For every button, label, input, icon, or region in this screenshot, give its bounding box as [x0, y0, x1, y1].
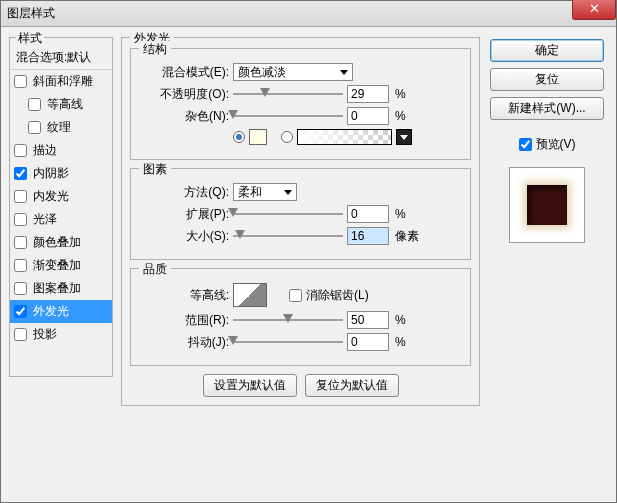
method-label: 方法(Q): [141, 184, 229, 201]
style-item-label: 图案叠加 [33, 280, 81, 297]
glow-gradient-swatch[interactable] [297, 129, 392, 145]
style-item-0[interactable]: 斜面和浮雕 [10, 70, 112, 93]
opacity-input[interactable] [347, 85, 389, 103]
style-item-3[interactable]: 描边 [10, 139, 112, 162]
style-item-10[interactable]: 外发光 [10, 300, 112, 323]
size-slider[interactable] [233, 227, 343, 245]
style-item-label: 外发光 [33, 303, 69, 320]
cancel-button[interactable]: 复位 [490, 68, 604, 91]
opacity-slider[interactable] [233, 85, 343, 103]
spread-slider[interactable] [233, 205, 343, 223]
close-button[interactable]: ✕ [572, 0, 616, 20]
dialog-window: 图层样式 ✕ 样式 混合选项:默认 斜面和浮雕等高线纹理描边内阴影内发光光泽颜色… [0, 0, 617, 503]
style-item-checkbox[interactable] [14, 328, 27, 341]
style-item-label: 纹理 [47, 119, 71, 136]
style-item-11[interactable]: 投影 [10, 323, 112, 346]
range-unit: % [395, 313, 406, 327]
style-item-checkbox[interactable] [14, 167, 27, 180]
gradient-dropdown-icon[interactable] [396, 129, 412, 145]
antialias-label: 消除锯齿(L) [306, 287, 369, 304]
style-item-checkbox[interactable] [14, 190, 27, 203]
style-item-checkbox[interactable] [14, 259, 27, 272]
window-title: 图层样式 [7, 5, 55, 22]
chevron-down-icon [284, 190, 292, 195]
size-input[interactable] [347, 227, 389, 245]
right-button-panel: 确定 复位 新建样式(W)... 预览(V) [488, 37, 606, 492]
preview-label: 预览(V) [536, 136, 576, 153]
blend-mode-select[interactable]: 颜色减淡 [233, 63, 353, 81]
style-item-label: 内发光 [33, 188, 69, 205]
jitter-input[interactable] [347, 333, 389, 351]
quality-fieldset: 品质 等高线: 消除锯齿(L) 范围(R): % [130, 268, 471, 366]
opacity-unit: % [395, 87, 406, 101]
spread-unit: % [395, 207, 406, 221]
contour-label: 等高线: [141, 287, 229, 304]
style-item-label: 颜色叠加 [33, 234, 81, 251]
main-panel: 外发光 结构 混合模式(E): 颜色减淡 不透明度(O): [121, 37, 480, 492]
style-list: 斜面和浮雕等高线纹理描边内阴影内发光光泽颜色叠加渐变叠加图案叠加外发光投影 [10, 70, 112, 346]
style-item-checkbox[interactable] [14, 305, 27, 318]
preview-checkbox[interactable] [519, 138, 532, 151]
style-item-6[interactable]: 光泽 [10, 208, 112, 231]
range-input[interactable] [347, 311, 389, 329]
blend-mode-label: 混合模式(E): [141, 64, 229, 81]
style-item-5[interactable]: 内发光 [10, 185, 112, 208]
contour-picker[interactable] [233, 283, 267, 307]
blend-options-header[interactable]: 混合选项:默认 [10, 46, 112, 70]
style-item-checkbox[interactable] [28, 98, 41, 111]
opacity-label: 不透明度(O): [141, 86, 229, 103]
jitter-label: 抖动(J): [141, 334, 229, 351]
style-item-1[interactable]: 等高线 [10, 93, 112, 116]
method-value: 柔和 [238, 184, 262, 201]
style-item-checkbox[interactable] [14, 282, 27, 295]
style-item-checkbox[interactable] [14, 236, 27, 249]
glow-color-swatch[interactable] [249, 129, 267, 145]
noise-input[interactable] [347, 107, 389, 125]
style-item-8[interactable]: 渐变叠加 [10, 254, 112, 277]
blend-mode-value: 颜色减淡 [238, 64, 286, 81]
antialias-checkbox[interactable] [289, 289, 302, 302]
ok-button[interactable]: 确定 [490, 39, 604, 62]
range-slider[interactable] [233, 311, 343, 329]
style-item-label: 渐变叠加 [33, 257, 81, 274]
style-list-panel: 样式 混合选项:默认 斜面和浮雕等高线纹理描边内阴影内发光光泽颜色叠加渐变叠加图… [9, 37, 113, 492]
noise-slider[interactable] [233, 107, 343, 125]
style-item-label: 投影 [33, 326, 57, 343]
solid-color-radio[interactable] [233, 131, 245, 143]
reset-default-button[interactable]: 复位为默认值 [305, 374, 399, 397]
element-fieldset: 图素 方法(Q): 柔和 扩展(P): [130, 168, 471, 260]
style-list-group: 样式 混合选项:默认 斜面和浮雕等高线纹理描边内阴影内发光光泽颜色叠加渐变叠加图… [9, 37, 113, 377]
chevron-down-icon [340, 70, 348, 75]
jitter-unit: % [395, 335, 406, 349]
style-item-label: 斜面和浮雕 [33, 73, 93, 90]
style-item-label: 描边 [33, 142, 57, 159]
style-item-checkbox[interactable] [28, 121, 41, 134]
preview-check-row[interactable]: 预览(V) [519, 136, 576, 153]
style-item-label: 内阴影 [33, 165, 69, 182]
method-select[interactable]: 柔和 [233, 183, 297, 201]
style-item-2[interactable]: 纹理 [10, 116, 112, 139]
structure-legend: 结构 [139, 41, 171, 58]
spread-label: 扩展(P): [141, 206, 229, 223]
set-default-button[interactable]: 设置为默认值 [203, 374, 297, 397]
noise-unit: % [395, 109, 406, 123]
noise-label: 杂色(N): [141, 108, 229, 125]
style-item-4[interactable]: 内阴影 [10, 162, 112, 185]
style-item-checkbox[interactable] [14, 75, 27, 88]
outer-glow-section: 外发光 结构 混合模式(E): 颜色减淡 不透明度(O): [121, 37, 480, 406]
size-label: 大小(S): [141, 228, 229, 245]
style-item-9[interactable]: 图案叠加 [10, 277, 112, 300]
style-item-label: 光泽 [33, 211, 57, 228]
spread-input[interactable] [347, 205, 389, 223]
style-list-label: 样式 [16, 30, 44, 47]
style-item-7[interactable]: 颜色叠加 [10, 231, 112, 254]
size-unit: 像素 [395, 228, 419, 245]
new-style-button[interactable]: 新建样式(W)... [490, 97, 604, 120]
jitter-slider[interactable] [233, 333, 343, 351]
gradient-radio[interactable] [281, 131, 293, 143]
structure-fieldset: 结构 混合模式(E): 颜色减淡 不透明度(O): [130, 48, 471, 160]
style-item-checkbox[interactable] [14, 144, 27, 157]
style-item-checkbox[interactable] [14, 213, 27, 226]
preview-inner [527, 185, 567, 225]
style-item-label: 等高线 [47, 96, 83, 113]
